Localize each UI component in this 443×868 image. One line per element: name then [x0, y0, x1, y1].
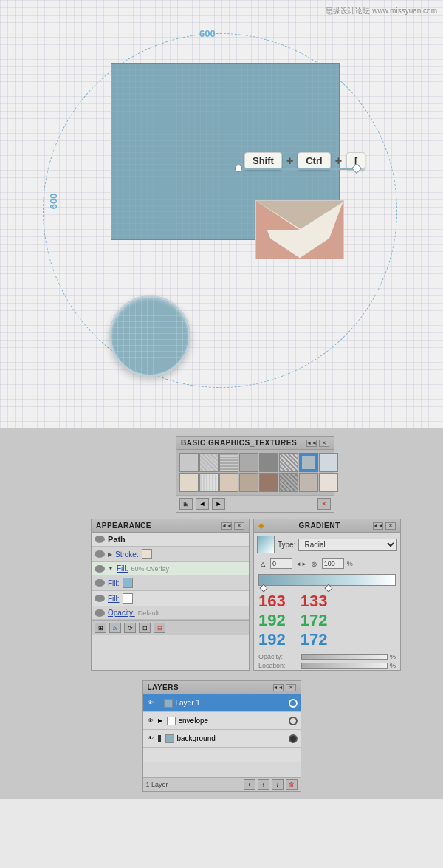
gradient-type-row: Type: Radial Linear: [254, 533, 400, 556]
texture-delete-btn[interactable]: ✕: [317, 498, 331, 510]
gradient-location-row: Location: %: [254, 661, 400, 670]
texture-cell[interactable]: [319, 473, 338, 492]
fill-white-visibility-icon[interactable]: [95, 595, 105, 602]
circle-preview: [109, 295, 190, 377]
appearance-delete-btn[interactable]: ⊟: [154, 623, 165, 633]
gradient-diamond-icon: ◆: [258, 522, 264, 530]
opacity-visibility-icon[interactable]: [95, 609, 105, 617]
texture-cell[interactable]: [179, 473, 199, 492]
texture-cell-selected[interactable]: [299, 453, 318, 472]
gradient-opacity-slider[interactable]: [301, 654, 388, 660]
appearance-new-btn[interactable]: ⊞: [95, 623, 106, 633]
texture-close-btn[interactable]: ✕: [319, 440, 329, 447]
gradient-angle-arrow[interactable]: ◄►: [295, 561, 307, 567]
stroke-arrow-icon: ▶: [108, 551, 112, 558]
gradient-angle-icon: △: [258, 559, 267, 568]
layers-panel-title: LAYERS: [148, 683, 179, 691]
appearance-fx-btn[interactable]: fx: [109, 623, 121, 633]
texture-prev-btn[interactable]: ◄: [196, 498, 209, 510]
layer-count: 1 Layer: [146, 781, 241, 788]
gradient-opacity-row: Opacity: %: [254, 652, 400, 661]
appearance-cycle-btn[interactable]: ⟳: [124, 623, 136, 633]
texture-grid: [176, 450, 334, 495]
layer1-eye-icon[interactable]: 👁: [146, 700, 155, 707]
fill-blue-visibility-icon[interactable]: [95, 579, 105, 587]
gradient-angle-input[interactable]: [270, 558, 292, 569]
gradient-left-colors: 163 192 192: [258, 592, 286, 649]
appearance-collapse-btn[interactable]: ◄◄: [222, 522, 232, 530]
gradient-panel-title: GRADIENT: [298, 522, 340, 530]
envelope: [255, 200, 344, 259]
appearance-panel-header: APPEARANCE ◄◄ ✕: [92, 519, 249, 533]
layers-close-btn[interactable]: ✕: [286, 684, 296, 691]
gradient-aspect-input[interactable]: [322, 558, 344, 569]
ctrl-key: Ctrl: [298, 152, 330, 169]
layer-row-2[interactable]: 👁 ▶ envelope: [143, 712, 301, 730]
gradient-location-slider[interactable]: [301, 663, 388, 669]
stroke-swatch[interactable]: [142, 549, 152, 559]
texture-cell[interactable]: [279, 453, 298, 472]
layer2-expand-icon[interactable]: ▶: [158, 717, 162, 724]
visibility-icon[interactable]: [95, 536, 105, 543]
texture-cell[interactable]: [259, 473, 278, 492]
appearance-close-btn[interactable]: ✕: [234, 522, 244, 530]
texture-cell[interactable]: [279, 473, 298, 492]
texture-cell[interactable]: [219, 453, 238, 472]
canvas-area: 思缘设计论坛 www.missyuan.com 600 600 Shift + …: [0, 0, 443, 428]
texture-panel-controls[interactable]: ◄◄ ✕: [306, 440, 329, 447]
texture-new-btn[interactable]: ⊞: [179, 498, 193, 510]
appearance-panel-controls[interactable]: ◄◄ ✕: [222, 522, 244, 530]
texture-panel: BASIC GRAPHICS_TEXTURES ◄◄ ✕: [176, 436, 334, 513]
fill-label[interactable]: Fill:: [117, 564, 128, 573]
texture-next-btn[interactable]: ►: [212, 498, 225, 510]
texture-cell[interactable]: [179, 453, 199, 472]
stroke-visibility-icon[interactable]: [95, 550, 105, 558]
texture-cell[interactable]: [219, 473, 238, 492]
texture-cell[interactable]: [319, 453, 338, 472]
texture-cell[interactable]: [199, 453, 219, 472]
texture-cell[interactable]: [239, 453, 258, 472]
gradient-type-select[interactable]: Radial Linear: [298, 539, 397, 551]
layers-move-down-btn[interactable]: ↓: [272, 779, 284, 790]
opacity-label[interactable]: Opacity:: [108, 609, 135, 617]
gradient-bar[interactable]: [258, 574, 396, 586]
layer2-eye-icon[interactable]: 👁: [146, 717, 155, 725]
appearance-stroke-row: ▶ Stroke:: [92, 547, 249, 562]
layers-move-up-btn[interactable]: ↑: [258, 779, 269, 790]
fill-blue-swatch[interactable]: [123, 578, 133, 588]
envelope-bottom-right: [299, 229, 343, 259]
layer1-name: Layer 1: [176, 699, 286, 707]
layer3-swatch: [165, 734, 174, 743]
appearance-opacity-row: Opacity: Default: [92, 606, 249, 620]
texture-cell[interactable]: [199, 473, 219, 492]
appearance-fill-opacity-row: ▼ Fill: 60% Overlay: [92, 562, 249, 575]
gradient-left-b: 192: [258, 630, 286, 649]
layers-spacer: [143, 748, 301, 762]
layer2-circle-icon: [289, 717, 298, 725]
texture-cell[interactable]: [299, 473, 318, 492]
layers-panel-controls[interactable]: ◄◄ ✕: [273, 684, 296, 691]
layer-row-1[interactable]: 👁 Layer 1: [143, 694, 301, 712]
appearance-path-row: Path: [92, 533, 249, 547]
fill-opacity-visibility-icon[interactable]: [95, 565, 105, 573]
layer-row-3[interactable]: 👁 background: [143, 730, 301, 748]
gradient-swatch[interactable]: [257, 536, 275, 553]
fill-white-swatch[interactable]: [123, 593, 133, 604]
gradient-panel-controls[interactable]: ◄◄ ✕: [373, 522, 396, 530]
appearance-duplicate-btn[interactable]: ⊡: [139, 623, 151, 633]
path-line: [240, 168, 358, 170]
gradient-collapse-btn[interactable]: ◄◄: [373, 522, 383, 530]
fill-blue-label[interactable]: Fill:: [108, 579, 120, 587]
texture-cell[interactable]: [259, 453, 278, 472]
layers-add-btn[interactable]: +: [244, 779, 255, 790]
gradient-pct: %: [347, 560, 353, 567]
gradient-close-btn[interactable]: ✕: [385, 522, 396, 530]
appearance-fx-toolbar: ⊞ fx ⟳ ⊡ ⊟: [92, 620, 249, 635]
texture-collapse-btn[interactable]: ◄◄: [306, 440, 317, 447]
fill-white-label[interactable]: Fill:: [108, 595, 120, 603]
stroke-label[interactable]: Stroke:: [115, 550, 139, 558]
texture-cell[interactable]: [239, 473, 258, 492]
layers-collapse-btn[interactable]: ◄◄: [273, 684, 284, 691]
layers-delete-btn[interactable]: 🗑: [286, 779, 298, 790]
layer3-eye-icon[interactable]: 👁: [146, 735, 155, 742]
